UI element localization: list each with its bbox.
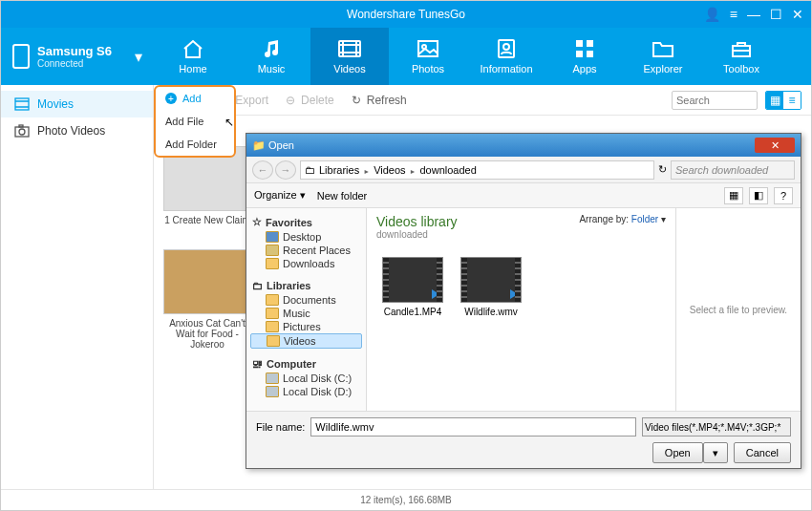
dialog-toolbar: Organize ▾ New folder ▦ ◧ ?: [246, 183, 801, 208]
tree-disk-c[interactable]: Local Disk (C:): [250, 372, 362, 385]
nav-home[interactable]: Home: [154, 28, 232, 85]
apps-icon: [572, 38, 597, 59]
sidebar-photovideos-label: Photo Videos: [37, 124, 105, 138]
back-button[interactable]: ←: [252, 160, 273, 180]
sidebar-item-photo-videos[interactable]: Photo Videos: [1, 117, 153, 144]
svg-point-4: [503, 44, 509, 50]
library-title: Videos library: [376, 214, 458, 229]
nav-videos[interactable]: Videos: [310, 28, 389, 85]
file-item[interactable]: Candle1.MP4: [382, 257, 443, 317]
dialog-title-bar: 📁 Open ✕: [246, 134, 801, 157]
camera-icon: [14, 124, 30, 138]
video-file-icon: [460, 257, 522, 303]
close-icon[interactable]: ✕: [792, 7, 803, 22]
nav-photos[interactable]: Photos: [389, 28, 467, 85]
preview-pane-button[interactable]: ◧: [749, 187, 768, 204]
file-name: Candle1.MP4: [382, 307, 443, 317]
preview-pane: Select a file to preview.: [676, 208, 801, 411]
svg-rect-7: [576, 51, 583, 57]
svg-point-12: [19, 129, 25, 135]
svg-rect-13: [19, 125, 23, 127]
video-file-icon: [382, 257, 443, 303]
organize-button[interactable]: Organize ▾: [254, 189, 306, 202]
search-input[interactable]: [672, 91, 758, 110]
list-item[interactable]: Anxious Cat Can't Wait for Food - Jokero…: [163, 249, 251, 350]
nav-videos-label: Videos: [333, 63, 365, 75]
device-selector[interactable]: Samsung S6 Connected ▾: [1, 28, 154, 85]
phone-icon: [12, 44, 30, 69]
add-file-item[interactable]: Add File: [156, 110, 234, 133]
folder-icon: 🗀: [305, 164, 315, 176]
nav-photos-label: Photos: [412, 63, 444, 75]
dialog-search-input[interactable]: Search downloaded: [671, 160, 795, 180]
refresh-icon: ↻: [352, 94, 361, 107]
nav-explorer[interactable]: Explorer: [624, 28, 702, 85]
filetype-select[interactable]: [642, 417, 791, 436]
file-name: Wildlife.wmv: [460, 307, 522, 317]
view-options-button[interactable]: ▦: [724, 187, 743, 204]
list-view-icon[interactable]: ≡: [783, 92, 801, 109]
sidebar: Movies Photo Videos: [1, 85, 154, 489]
movie-icon: [14, 97, 30, 111]
refresh-icon[interactable]: ↻: [658, 163, 667, 176]
maximize-icon[interactable]: ☐: [770, 7, 782, 22]
dialog-close-button[interactable]: ✕: [755, 138, 795, 153]
add-folder-item[interactable]: Add Folder: [156, 133, 234, 156]
dialog-file-area: Videos library downloaded Arrange by: Fo…: [367, 208, 676, 411]
tree-videos[interactable]: Videos: [250, 333, 362, 349]
nav-toolbox-label: Toolbox: [723, 63, 759, 75]
svg-rect-1: [418, 41, 438, 56]
title-bar: Wondershare TunesGo 👤 ≡ — ☐ ✕: [1, 1, 811, 28]
tree-pictures[interactable]: Pictures: [250, 320, 362, 333]
user-icon[interactable]: 👤: [704, 7, 720, 22]
tree-music[interactable]: Music: [250, 307, 362, 320]
nav-apps[interactable]: Apps: [545, 28, 624, 85]
tree-desktop[interactable]: Desktop: [250, 230, 362, 244]
svg-rect-8: [587, 51, 593, 57]
cancel-button[interactable]: Cancel: [734, 442, 791, 463]
nav-home-label: Home: [179, 63, 206, 75]
cursor-icon: ↖: [224, 116, 234, 129]
nav-music[interactable]: Music: [232, 28, 310, 85]
tree-downloads[interactable]: Downloads: [250, 257, 362, 270]
svg-rect-10: [15, 98, 29, 110]
help-button[interactable]: ?: [774, 187, 793, 204]
chevron-down-icon: ▾: [135, 48, 142, 66]
open-dropdown[interactable]: ▾: [703, 442, 728, 463]
filename-label: File name:: [256, 421, 305, 433]
arrange-by[interactable]: Arrange by: Folder ▾: [579, 214, 666, 224]
view-toggle[interactable]: ▦ ≡: [765, 91, 801, 110]
export-label: Export: [235, 94, 268, 107]
main-nav: Samsung S6 Connected ▾ Home Music Videos…: [1, 28, 811, 85]
dialog-breadcrumb-bar: ← → 🗀 Libraries Videos downloaded ↻ Sear…: [246, 157, 801, 183]
nav-explorer-label: Explorer: [644, 63, 683, 75]
sidebar-item-movies[interactable]: Movies: [1, 91, 153, 117]
tree-libraries[interactable]: 🗀Libraries: [250, 278, 362, 293]
forward-button[interactable]: →: [275, 160, 296, 180]
preview-text: Select a file to preview.: [690, 305, 787, 315]
breadcrumb[interactable]: 🗀 Libraries Videos downloaded: [300, 160, 654, 180]
tree-favorites[interactable]: ☆Favorites: [250, 214, 362, 230]
list-item[interactable]: 1 Create New Claim: [163, 146, 251, 225]
new-folder-button[interactable]: New folder: [317, 190, 368, 202]
thumbnail-title: 1 Create New Claim: [163, 215, 251, 225]
thumbnail-grid: 1 Create New Claim Anxious Cat Can't Wai…: [154, 116, 811, 135]
tree-disk-d[interactable]: Local Disk (D:): [250, 385, 362, 398]
tree-documents[interactable]: Documents: [250, 293, 362, 307]
delete-button[interactable]: ⊖ Delete: [286, 94, 334, 107]
file-item[interactable]: Wildlife.wmv: [460, 257, 522, 317]
filename-input[interactable]: [310, 417, 636, 436]
nav-information[interactable]: Information: [467, 28, 545, 85]
minimize-icon[interactable]: —: [747, 7, 760, 22]
nav-toolbox[interactable]: Toolbox: [702, 28, 780, 85]
add-dropdown-header[interactable]: + Add: [156, 87, 234, 110]
menu-icon[interactable]: ≡: [730, 7, 737, 22]
tree-recent[interactable]: Recent Places: [250, 244, 362, 257]
tree-computer[interactable]: 🖳Computer: [250, 356, 362, 372]
library-subtitle: downloaded: [376, 229, 458, 240]
open-button[interactable]: Open: [652, 442, 703, 463]
svg-rect-5: [576, 40, 583, 47]
refresh-button[interactable]: ↻ Refresh: [352, 94, 407, 107]
home-icon: [181, 38, 205, 59]
grid-view-icon[interactable]: ▦: [766, 92, 783, 109]
